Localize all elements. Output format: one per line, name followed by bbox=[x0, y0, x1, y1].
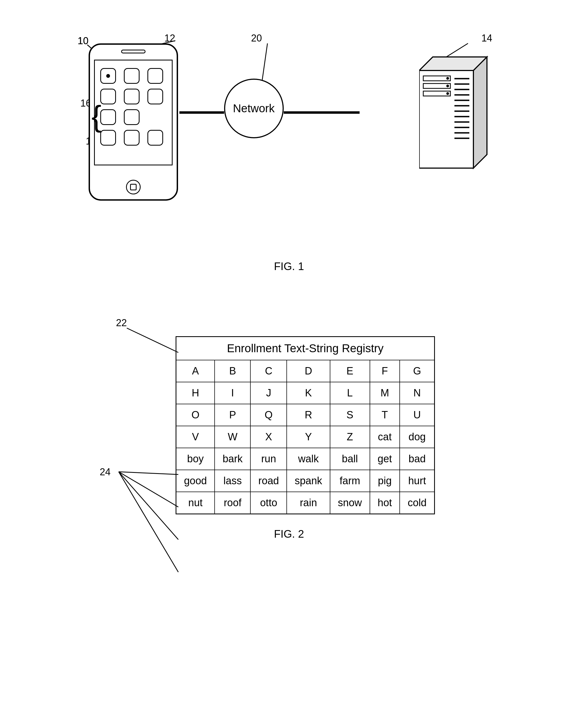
table-cell: cold bbox=[400, 492, 434, 514]
table-cell: N bbox=[400, 382, 434, 404]
table-cell: boy bbox=[176, 448, 215, 470]
app-icon-5 bbox=[124, 89, 140, 104]
table-cell: bad bbox=[400, 448, 434, 470]
table-cell: I bbox=[215, 382, 250, 404]
svg-point-26 bbox=[446, 77, 449, 80]
table-cell: spank bbox=[287, 470, 330, 492]
table-row: goodlassroadspankfarmpighurt bbox=[176, 470, 434, 492]
table-cell: J bbox=[250, 382, 287, 404]
table-cell: run bbox=[250, 448, 287, 470]
table-cell: F bbox=[370, 360, 400, 382]
network-circle: Network bbox=[224, 79, 284, 138]
app-icon-10 bbox=[124, 130, 140, 146]
table-cell: Q bbox=[250, 404, 287, 426]
table-cell: B bbox=[215, 360, 250, 382]
table-cell: S bbox=[330, 404, 370, 426]
app-icon-11 bbox=[147, 130, 163, 146]
table-cell: road bbox=[250, 470, 287, 492]
table-cell: H bbox=[176, 382, 215, 404]
table-row: boybarkrunwalkballgetbad bbox=[176, 448, 434, 470]
table-cell: bark bbox=[215, 448, 250, 470]
table-cell: roof bbox=[215, 492, 250, 514]
table-cell: lass bbox=[215, 470, 250, 492]
table-cell: farm bbox=[330, 470, 370, 492]
ref-24-label: 24 bbox=[100, 466, 111, 478]
table-cell: A bbox=[176, 360, 215, 382]
table-cell: ball bbox=[330, 448, 370, 470]
table-body: ABCDEFGHIJKLMNOPQRSTUVWXYZcatdogboybarkr… bbox=[176, 360, 434, 514]
app-icon-4 bbox=[100, 89, 116, 104]
table-cell: get bbox=[370, 448, 400, 470]
fig1-container: 10 10 12 bbox=[0, 16, 578, 301]
table-cell: dog bbox=[400, 426, 434, 448]
table-cell: G bbox=[400, 360, 434, 382]
table-row: HIJKLMN bbox=[176, 382, 434, 404]
table-cell: M bbox=[370, 382, 400, 404]
table-header: Enrollment Text-String Registry bbox=[176, 337, 434, 360]
table-cell: hurt bbox=[400, 470, 434, 492]
fig2-arrows bbox=[143, 336, 146, 339]
app-icon-empty bbox=[147, 109, 163, 125]
server-illustration bbox=[419, 49, 490, 174]
svg-line-29 bbox=[127, 328, 178, 353]
table-row: ABCDEFG bbox=[176, 360, 434, 382]
table-cell: good bbox=[176, 470, 215, 492]
svg-line-30 bbox=[119, 472, 178, 474]
registry-table: Enrollment Text-String Registry ABCDEFGH… bbox=[175, 336, 435, 514]
fig2-container: 22 24 Enrollment Text-String Registry bbox=[0, 314, 578, 540]
table-cell: walk bbox=[287, 448, 330, 470]
app-icon-1 bbox=[100, 68, 116, 84]
fig1-caption: FIG. 1 bbox=[274, 260, 304, 272]
table-cell: pig bbox=[370, 470, 400, 492]
phone-screen: { bbox=[94, 60, 173, 165]
table-cell: snow bbox=[330, 492, 370, 514]
table-cell: W bbox=[215, 426, 250, 448]
table-cell: T bbox=[370, 404, 400, 426]
ref-22-label: 22 bbox=[116, 317, 127, 329]
table-row: nutroofottorainsnowhotcold bbox=[176, 492, 434, 514]
app-icon-8 bbox=[124, 109, 140, 125]
page: 10 10 12 bbox=[0, 0, 578, 728]
phone-home-button bbox=[126, 180, 141, 194]
table-cell: E bbox=[330, 360, 370, 382]
table-cell: D bbox=[287, 360, 330, 382]
registry-table-wrapper: 22 24 Enrollment Text-String Registry bbox=[143, 336, 435, 514]
table-cell: U bbox=[400, 404, 434, 426]
table-cell: P bbox=[215, 404, 250, 426]
svg-point-27 bbox=[446, 85, 449, 87]
ref-20-label: 20 bbox=[251, 32, 262, 44]
app-icon-9 bbox=[100, 130, 116, 146]
svg-line-31 bbox=[119, 472, 178, 507]
phone-apps-grid: { bbox=[95, 62, 172, 151]
app-icon-7 bbox=[100, 109, 116, 125]
table-cell: R bbox=[287, 404, 330, 426]
svg-line-32 bbox=[119, 472, 178, 540]
table-cell: O bbox=[176, 404, 215, 426]
app-icon-3 bbox=[147, 68, 163, 84]
svg-marker-10 bbox=[473, 57, 487, 168]
svg-point-28 bbox=[446, 92, 449, 95]
fig2-caption: FIG. 2 bbox=[274, 528, 304, 540]
svg-line-33 bbox=[119, 472, 178, 572]
table-cell: C bbox=[250, 360, 287, 382]
smartphone: { bbox=[89, 43, 178, 201]
table-cell: X bbox=[250, 426, 287, 448]
table-cell: K bbox=[287, 382, 330, 404]
table-cell: Y bbox=[287, 426, 330, 448]
table-row: OPQRSTU bbox=[176, 404, 434, 426]
phone-earpiece bbox=[121, 50, 145, 53]
table-cell: nut bbox=[176, 492, 215, 514]
svg-line-4 bbox=[262, 43, 268, 81]
network-label: Network bbox=[233, 102, 275, 115]
server bbox=[419, 49, 490, 175]
table-cell: Z bbox=[330, 426, 370, 448]
ref-14-label: 14 bbox=[481, 32, 492, 44]
app-icon-2 bbox=[124, 68, 140, 84]
ref-12-label: 12 bbox=[164, 32, 175, 44]
table-cell: L bbox=[330, 382, 370, 404]
app-icon-6 bbox=[147, 89, 163, 104]
table-cell: cat bbox=[370, 426, 400, 448]
phone-home-button-inner bbox=[130, 184, 137, 190]
table-cell: V bbox=[176, 426, 215, 448]
table-row: VWXYZcatdog bbox=[176, 426, 434, 448]
